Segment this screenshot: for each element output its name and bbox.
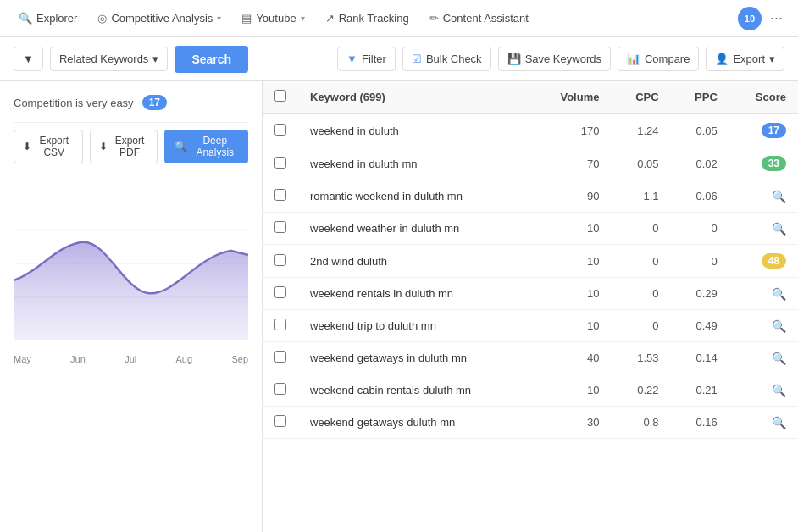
score-cell: 🔍 [729, 374, 798, 407]
search-icon-btn[interactable]: 🔍 [772, 416, 786, 429]
avatar[interactable]: 10 [738, 7, 762, 30]
select-all-checkbox[interactable] [274, 90, 286, 102]
search-icon-btn[interactable]: 🔍 [772, 222, 786, 236]
table-row: romantic weekend in duluth mn901.10.06🔍 [263, 180, 798, 213]
keywords-table-panel: Keyword (699) Volume CPC PPC Score weeke… [263, 81, 798, 532]
score-cell: 🔍 [729, 342, 798, 374]
nav-item-rank-tracking[interactable]: ↗ Rank Tracking [317, 7, 418, 30]
filter-label: Filter [362, 53, 386, 65]
keyword-cell: weekend getaways duluth mn [298, 407, 532, 439]
search-icon-btn[interactable]: 🔍 [772, 190, 786, 203]
export-pdf-icon: ⬇ [99, 141, 108, 152]
keyword-cell: 2nd wind duluth [298, 245, 532, 278]
row-checkbox-cell [263, 342, 298, 374]
search-icon-btn[interactable]: 🔍 [772, 287, 786, 301]
table-row: weekend in duluth1701.240.0517 [263, 114, 798, 147]
compare-icon: 📊 [627, 53, 640, 65]
export-csv-label: Export CSV [35, 135, 74, 158]
filter-dropdown-button[interactable]: ▼ [14, 47, 43, 71]
keyword-cell: weekend getaways in duluth mn [298, 342, 532, 374]
row-checkbox-0[interactable] [274, 124, 286, 136]
score-col-header: Score [729, 81, 798, 114]
export-chevron-icon: ▾ [769, 53, 775, 65]
row-checkbox-5[interactable] [274, 286, 286, 298]
chart-label-may: May [14, 354, 31, 364]
save-keywords-label: Save Keywords [525, 53, 601, 65]
deep-analysis-label: Deep Analysis [191, 135, 238, 158]
table-row: weekend getaways in duluth mn401.530.14🔍 [263, 342, 798, 374]
volume-cell: 90 [532, 180, 612, 213]
nav-item-explorer[interactable]: 🔍 Explorer [10, 7, 86, 30]
keyword-cell: weekend trip to duluth mn [298, 310, 532, 342]
toolbar: ▼ Related Keywords ▾ Search ▼ Filter ☑ B… [0, 37, 798, 81]
row-checkbox-cell [263, 147, 298, 180]
search-button-label: Search [191, 53, 231, 66]
score-cell: 🔍 [729, 278, 798, 310]
competitive-icon: ◎ [97, 12, 107, 25]
row-checkbox-4[interactable] [274, 254, 286, 266]
deep-analysis-button[interactable]: 🔍 Deep Analysis [164, 130, 248, 163]
save-icon: 💾 [507, 53, 521, 65]
ppc-cell: 0.14 [671, 342, 729, 374]
cpc-cell: 0 [611, 245, 670, 278]
keywords-table: Keyword (699) Volume CPC PPC Score weeke… [263, 81, 798, 439]
export-pdf-label: Export PDF [111, 135, 149, 158]
ppc-cell: 0.29 [671, 278, 729, 310]
youtube-icon: ▤ [241, 12, 252, 25]
score-cell: 48 [729, 245, 798, 278]
chevron-down-icon: ▾ [217, 14, 221, 23]
row-checkbox-6[interactable] [274, 319, 286, 330]
volume-col-header: Volume [532, 81, 612, 114]
top-navigation: 🔍 Explorer ◎ Competitive Analysis ▾ ▤ Yo… [0, 0, 798, 37]
export-button[interactable]: 👤 Export ▾ [706, 47, 784, 71]
table-row: 2nd wind duluth100048 [263, 245, 798, 278]
table-body: weekend in duluth1701.240.0517weekend in… [263, 114, 798, 439]
chart-label-sep: Sep [231, 354, 248, 364]
row-checkbox-9[interactable] [274, 415, 286, 427]
row-checkbox-cell [263, 407, 298, 439]
ppc-cell: 0.05 [671, 114, 729, 147]
volume-cell: 10 [532, 374, 612, 407]
volume-cell: 10 [532, 213, 612, 245]
competition-label: Competition is very easy [14, 97, 134, 109]
nav-item-youtube[interactable]: ▤ Youtube ▾ [233, 7, 313, 30]
nav-item-content-assistant[interactable]: ✏ Content Assistant [421, 7, 537, 30]
search-icon-btn[interactable]: 🔍 [772, 319, 786, 333]
row-checkbox-8[interactable] [274, 383, 286, 395]
export-pdf-button[interactable]: ⬇ Export PDF [90, 130, 158, 163]
chevron-down-icon-yt: ▾ [301, 14, 305, 23]
row-checkbox-cell [263, 278, 298, 310]
explorer-icon: 🔍 [19, 12, 32, 25]
cpc-cell: 0.8 [611, 407, 670, 439]
compare-button[interactable]: 📊 Compare [618, 47, 699, 71]
nav-label-competitive: Competitive Analysis [111, 12, 213, 25]
search-icon-btn[interactable]: 🔍 [772, 384, 786, 397]
nav-item-competitive-analysis[interactable]: ◎ Competitive Analysis ▾ [89, 7, 230, 30]
search-icon-btn[interactable]: 🔍 [772, 352, 786, 365]
table-row: weekend in duluth mn700.050.0233 [263, 147, 798, 180]
table-row: weekend cabin rentals duluth mn100.220.2… [263, 374, 798, 407]
filter-button[interactable]: ▼ Filter [337, 47, 396, 71]
row-checkbox-7[interactable] [274, 351, 286, 363]
keyword-cell: romantic weekend in duluth mn [298, 180, 532, 213]
more-options-button[interactable]: ··· [765, 9, 788, 27]
row-checkbox-1[interactable] [274, 157, 286, 169]
score-cell: 🔍 [729, 310, 798, 342]
export-csv-icon: ⬇ [23, 141, 31, 152]
competition-badge: 17 [142, 95, 167, 110]
search-button[interactable]: Search [175, 46, 248, 73]
rank-tracking-icon: ↗ [325, 12, 335, 25]
save-keywords-button[interactable]: 💾 Save Keywords [498, 47, 611, 71]
score-badge: 48 [762, 253, 786, 269]
ppc-cell: 0 [671, 245, 729, 278]
cpc-cell: 1.1 [611, 180, 670, 213]
volume-cell: 30 [532, 407, 612, 439]
ppc-cell: 0.16 [671, 407, 729, 439]
chart-label-jul: Jul [125, 354, 136, 364]
related-keywords-dropdown[interactable]: Related Keywords ▾ [50, 47, 169, 71]
bulk-check-button[interactable]: ☑ Bulk Check [402, 47, 491, 71]
row-checkbox-3[interactable] [274, 221, 286, 233]
related-keywords-label: Related Keywords [59, 53, 149, 65]
export-csv-button[interactable]: ⬇ Export CSV [14, 130, 83, 163]
row-checkbox-2[interactable] [274, 189, 286, 201]
